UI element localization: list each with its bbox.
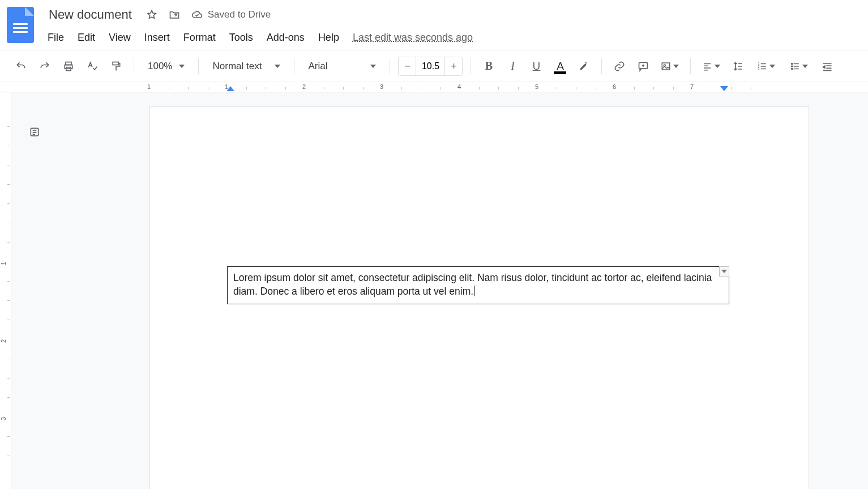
font-size-control: − + [398,57,463,76]
last-edit-link[interactable]: Last edit was seconds ago [353,32,473,44]
text-color-button[interactable]: A [550,57,570,76]
separator [134,58,134,74]
chevron-down-icon [715,65,720,68]
ruler-label: 4 [457,83,461,90]
paragraph-style-dropdown[interactable]: Normal text [207,57,286,76]
separator [294,58,294,74]
menu-addons[interactable]: Add-ons [267,32,305,44]
numbered-list-button[interactable]: 123 [752,57,780,76]
insert-image-button[interactable] [657,57,682,76]
ruler-label: 6 [613,83,616,90]
undo-button[interactable] [11,57,31,76]
svg-point-11 [792,65,793,66]
chevron-down-icon [275,65,280,68]
font-size-increase-button[interactable]: + [445,60,462,73]
right-indent-marker[interactable] [720,86,728,91]
star-icon[interactable] [146,8,158,21]
redo-button[interactable] [35,57,54,76]
chevron-down-icon [370,65,376,68]
menu-bar: File Edit View Insert Format Tools Add-o… [45,26,861,49]
bold-button[interactable]: B [479,57,498,76]
add-comment-button[interactable] [634,57,653,76]
menu-edit[interactable]: Edit [78,32,95,44]
font-size-decrease-button[interactable]: − [399,60,416,73]
ruler-label: 7 [690,83,694,90]
decrease-indent-button[interactable] [818,57,837,76]
chevron-down-icon [802,65,808,68]
zoom-dropdown[interactable]: 100% [142,57,190,76]
font-value: Arial [308,61,327,72]
ruler-label: 2 [302,83,306,90]
line-spacing-button[interactable] [728,57,747,76]
chevron-down-icon [769,65,775,68]
svg-point-10 [792,63,793,64]
highlight-color-button[interactable] [574,57,593,76]
menu-insert[interactable]: Insert [144,32,170,44]
svg-text:3: 3 [758,67,760,70]
move-folder-icon[interactable] [168,8,181,21]
menu-view[interactable]: View [109,32,131,44]
menu-format[interactable]: Format [183,32,216,44]
separator [471,58,471,74]
menu-tools[interactable]: Tools [229,32,253,44]
ruler-label: 1 [147,83,151,90]
toolbar: 100% Normal text Arial − + B I U A 123 [0,50,868,82]
spellcheck-button[interactable] [83,57,102,76]
app-header: New document Saved to Drive File Edit Vi… [0,0,868,50]
ruler-label: 3 [380,83,383,90]
header-main: New document Saved to Drive File Edit Vi… [45,3,861,50]
zoom-value: 100% [148,61,172,72]
separator [601,58,602,74]
font-dropdown[interactable]: Arial [302,57,382,76]
svg-rect-5 [662,63,670,70]
svg-point-12 [792,68,793,69]
chevron-down-icon [673,65,679,68]
font-size-input[interactable] [416,57,445,75]
print-button[interactable] [59,57,78,76]
svg-rect-3 [113,62,118,65]
ruler-label: 5 [535,83,538,90]
separator [390,58,390,74]
separator [198,58,199,74]
align-button[interactable] [699,57,724,76]
insert-link-button[interactable] [610,57,629,76]
chevron-down-icon [179,65,185,68]
separator [690,58,691,74]
document-title-input[interactable]: New document [45,6,135,23]
docs-logo-icon[interactable] [7,7,34,43]
cloud-check-icon [191,8,203,21]
bulleted-list-button[interactable] [785,57,813,76]
underline-button[interactable]: U [527,57,546,76]
menu-file[interactable]: File [48,32,64,44]
horizontal-ruler[interactable]: 1 1 2 3 4 5 6 7 [0,82,868,92]
style-value: Normal text [212,61,262,72]
italic-button[interactable]: I [503,57,522,76]
save-status-text: Saved to Drive [208,9,271,20]
save-status: Saved to Drive [191,8,271,21]
title-row: New document Saved to Drive [45,3,861,26]
paint-format-button[interactable] [106,57,126,76]
left-indent-marker[interactable] [226,86,234,91]
menu-help[interactable]: Help [318,32,339,44]
